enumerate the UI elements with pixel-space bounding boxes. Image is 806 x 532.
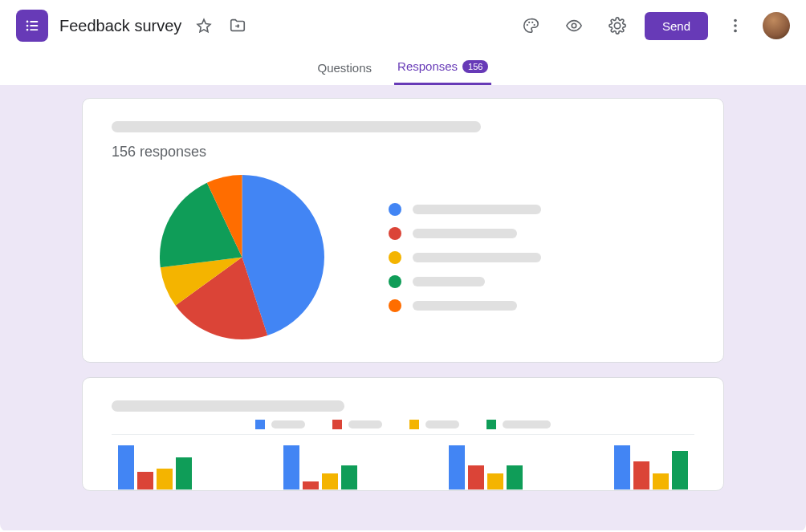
pie-chart-row (112, 175, 694, 339)
pie-legend (389, 203, 541, 312)
legend-item (409, 420, 459, 429)
preview-icon[interactable] (558, 10, 590, 42)
bar-chart-card (82, 377, 724, 491)
legend-label-placeholder (413, 253, 541, 262)
question-title-placeholder (112, 121, 481, 132)
svg-point-10 (572, 23, 576, 28)
legend-label-placeholder (503, 420, 551, 428)
bar (137, 472, 153, 489)
svg-point-6 (527, 24, 528, 26)
svg-rect-1 (30, 21, 38, 22)
pie-chart (160, 175, 324, 339)
legend-color-dot (389, 275, 401, 288)
svg-rect-4 (26, 29, 29, 31)
legend-item (255, 420, 305, 429)
bar (322, 473, 338, 489)
legend-label-placeholder (271, 420, 305, 428)
bar-group (118, 435, 192, 490)
svg-rect-0 (26, 21, 29, 23)
settings-icon[interactable] (601, 10, 633, 42)
svg-point-12 (734, 24, 737, 27)
svg-point-8 (531, 22, 533, 23)
legend-label-placeholder (413, 301, 517, 311)
responses-count-badge: 156 (462, 60, 488, 73)
legend-color-dot (389, 299, 401, 312)
legend-item (389, 227, 541, 240)
svg-rect-5 (30, 29, 38, 30)
move-to-folder-icon[interactable] (226, 14, 249, 37)
svg-point-9 (533, 24, 535, 26)
tab-responses[interactable]: Responses 156 (394, 51, 491, 85)
svg-point-7 (528, 22, 530, 23)
bar (614, 445, 630, 489)
bar-group (614, 435, 688, 490)
tab-label: Responses (397, 59, 458, 73)
svg-rect-2 (26, 25, 29, 27)
bar (157, 469, 173, 489)
more-options-icon[interactable] (719, 10, 751, 42)
bar (487, 473, 503, 489)
bar-group (449, 435, 523, 490)
account-avatar[interactable] (763, 12, 790, 39)
bar (653, 473, 669, 489)
bar-legend (112, 420, 694, 434)
form-title[interactable]: Feedback survey (59, 17, 181, 35)
legend-color-dot (389, 227, 401, 240)
bar (633, 461, 649, 489)
tab-questions[interactable]: Questions (315, 51, 376, 85)
send-button[interactable]: Send (645, 12, 708, 40)
legend-label-placeholder (425, 420, 459, 428)
legend-color-dot (389, 251, 401, 264)
bar (507, 465, 523, 489)
legend-label-placeholder (348, 420, 382, 428)
bar (283, 445, 299, 489)
legend-item (389, 275, 541, 288)
svg-rect-3 (30, 25, 38, 26)
bar (672, 451, 688, 489)
tab-label: Questions (318, 61, 372, 75)
bar (176, 457, 192, 489)
legend-item (389, 203, 541, 216)
bar (468, 465, 484, 489)
tab-bar: Questions Responses 156 (0, 51, 806, 85)
question-title-placeholder (112, 400, 344, 412)
customize-theme-icon[interactable] (515, 10, 547, 42)
bar-group (283, 435, 357, 490)
legend-item (332, 420, 382, 429)
legend-color-dot (389, 203, 401, 216)
legend-item (486, 420, 551, 429)
app-header: Feedback survey Send (0, 0, 806, 51)
legend-color-square (409, 420, 419, 429)
summary-card: 156 responses (82, 98, 724, 363)
svg-point-11 (734, 19, 737, 22)
svg-point-13 (734, 30, 737, 33)
legend-item (389, 299, 541, 312)
star-icon[interactable] (193, 14, 215, 37)
responses-canvas: 156 responses (0, 85, 806, 530)
legend-label-placeholder (413, 277, 485, 286)
legend-color-square (486, 420, 496, 429)
bar (303, 481, 319, 489)
bar (118, 445, 134, 489)
legend-item (389, 251, 541, 264)
responses-count-text: 156 responses (112, 144, 694, 160)
legend-label-placeholder (413, 229, 517, 238)
forms-app-icon[interactable] (16, 10, 48, 42)
bar (341, 465, 357, 489)
bar (449, 445, 465, 489)
legend-color-square (332, 420, 342, 429)
legend-label-placeholder (413, 205, 541, 214)
legend-color-square (255, 420, 265, 429)
bar-chart (112, 434, 694, 490)
